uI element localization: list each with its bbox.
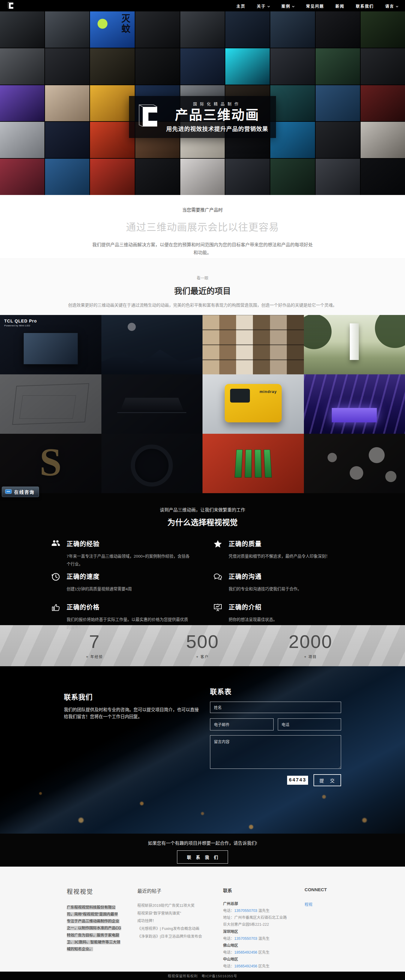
feature-speed: 正确的速度 创建1分钟的高质量视频通常需要4周	[51, 571, 192, 598]
video-thumbnail[interactable]	[360, 122, 405, 158]
nav-item-home[interactable]: 主页	[236, 3, 246, 9]
presentation-board-icon	[213, 602, 223, 631]
post-link[interactable]: 《光想视界》| Fuxing发布会概念动画	[137, 925, 207, 933]
why-section: 谈到产品三维动画，让我们来做繁重的工作 为什么选择程视视觉 正确的经验 7年来一…	[0, 493, 405, 625]
project-thumbnail-mountain[interactable]	[101, 315, 203, 374]
chevron-down-icon	[396, 4, 399, 8]
post-link[interactable]: 成功挂牌！	[137, 917, 207, 925]
project-thumbnail-stage[interactable]	[304, 374, 405, 434]
hero-banner: 国际化精品制作 产品三维动画 用先进的视效技术提升产品的营销效果	[129, 96, 276, 138]
video-thumbnail[interactable]	[135, 48, 180, 84]
footer-posts-title: 最近的帖子	[137, 887, 207, 894]
project-thumbnail-range-hood[interactable]	[101, 374, 203, 434]
video-thumbnail[interactable]	[316, 122, 360, 158]
project-thumbnail-material-swatches[interactable]	[202, 315, 304, 374]
aed-shape: mindray	[225, 384, 282, 422]
video-thumbnail[interactable]	[360, 85, 405, 121]
post-link[interactable]: 程视荣获“数字营销先锋奖”	[137, 910, 207, 918]
video-thumbnail[interactable]	[316, 11, 360, 48]
contact-us-button[interactable]: 联 系 我 们	[177, 850, 228, 864]
phone-input[interactable]	[278, 718, 341, 730]
video-thumbnail[interactable]	[180, 159, 225, 195]
post-link[interactable]: 《净享韵浴》|日丰卫浴品牌升级发布会	[137, 933, 207, 941]
video-thumbnail[interactable]	[270, 122, 315, 158]
ram-modules	[202, 450, 304, 477]
feature-quality: 正确的质量 凭借对质量和细节的不懈追求，最终产品令人印象深刻！	[213, 539, 354, 568]
video-thumbnail[interactable]	[225, 159, 270, 195]
video-thumbnail[interactable]	[270, 85, 315, 121]
post-link[interactable]: 程视斩获2019现代广告奖11项大奖	[137, 902, 207, 910]
chat-bubbles-icon	[213, 571, 223, 598]
hero-title: 产品三维动画	[166, 108, 268, 122]
brand-logo[interactable]	[6, 2, 14, 10]
submit-button[interactable]: 提 交	[314, 774, 341, 786]
video-thumbnail[interactable]	[270, 159, 315, 195]
video-thumbnail[interactable]	[0, 11, 45, 48]
project-thumbnail-tcl-tv[interactable]: TCL QLED Pro Powered by Mini-LED	[0, 315, 101, 374]
video-thumbnail[interactable]	[90, 48, 134, 84]
video-thumbnail[interactable]	[270, 11, 315, 48]
video-thumbnail[interactable]	[0, 85, 45, 121]
online-chat-label: 在线咨询	[14, 488, 35, 495]
project-thumbnail-gold-s[interactable]: S	[0, 434, 101, 493]
video-thumbnail[interactable]	[0, 122, 45, 158]
video-thumbnail[interactable]: 灭蚊	[90, 11, 134, 48]
video-thumbnail[interactable]	[45, 48, 89, 84]
video-thumbnail[interactable]	[316, 85, 360, 121]
video-thumbnail[interactable]	[360, 11, 405, 48]
project-thumbnail-aed-device[interactable]: mindray	[202, 374, 304, 434]
video-thumbnail[interactable]	[180, 48, 225, 84]
nav-item-news[interactable]: 新闻	[335, 3, 344, 9]
video-thumbnail[interactable]	[180, 11, 225, 48]
video-thumbnail[interactable]	[45, 159, 89, 195]
why-title: 为什么选择程视视觉	[0, 516, 405, 527]
project-thumbnail-sketch[interactable]	[0, 374, 101, 434]
hood-shape	[117, 412, 186, 413]
nav-item-contact[interactable]: 联系我们	[356, 3, 374, 9]
contact-section: 联系我们 我们的团队提供及时和专业的咨询。您可以提交项目简介，也可以直接给我们留…	[0, 666, 405, 834]
video-thumbnail[interactable]	[316, 48, 360, 84]
message-textarea[interactable]	[210, 735, 341, 769]
project-thumbnail-park-monolith[interactable]	[304, 315, 405, 374]
phone-link-shenzhen[interactable]: 13570550703	[234, 937, 257, 941]
online-chat-widget[interactable]: 在线咨询	[2, 487, 39, 497]
video-thumbnail[interactable]	[270, 48, 315, 84]
email-input[interactable]	[210, 718, 274, 730]
video-thumbnail[interactable]	[45, 85, 89, 121]
project-thumbnail-pcb[interactable]	[202, 434, 304, 493]
phone-link-guangzhou[interactable]: 13570550703	[234, 908, 257, 913]
nav-item-faq[interactable]: 常见问题	[306, 3, 324, 9]
video-thumbnail[interactable]	[225, 48, 270, 84]
video-thumbnail[interactable]	[225, 11, 270, 48]
stat-projects: 2000 + 项目	[257, 632, 365, 659]
video-thumbnail[interactable]	[90, 85, 134, 121]
video-thumbnail[interactable]	[316, 159, 360, 195]
video-thumbnail[interactable]	[90, 159, 134, 195]
project-thumbnail-cotton[interactable]	[304, 434, 405, 493]
video-thumbnail[interactable]	[0, 48, 45, 84]
chevron-down-icon	[267, 4, 270, 8]
phone-link-foshan[interactable]: 18565492456	[234, 950, 257, 955]
aed-screen	[230, 389, 250, 402]
feature-price: 正确的价格 我们的报价将始终基于实际工作量。以最实惠的价格为您提供最优质的服务！	[51, 602, 192, 631]
name-input[interactable]	[210, 702, 341, 713]
video-thumbnail[interactable]	[360, 159, 405, 195]
captcha-image[interactable]: 64743	[287, 776, 308, 785]
connect-link[interactable]: 程视	[305, 901, 312, 907]
nav-item-language[interactable]: 语言	[385, 3, 399, 9]
video-thumbnail[interactable]	[135, 11, 180, 48]
video-thumbnail[interactable]	[135, 159, 180, 195]
project-thumbnail-speaker[interactable]	[101, 434, 203, 493]
video-thumbnail[interactable]	[360, 48, 405, 84]
nav-item-about[interactable]: 关于	[257, 3, 270, 9]
video-thumbnail[interactable]	[45, 11, 89, 48]
sketch-lines	[12, 383, 89, 425]
phone-link-zhongshan[interactable]: 18565492456	[234, 964, 257, 968]
video-thumbnail[interactable]	[45, 122, 89, 158]
sketch-lines	[19, 395, 76, 419]
hero-logo-icon	[135, 104, 161, 130]
nav-item-cases[interactable]: 案例	[281, 3, 295, 9]
video-thumbnail[interactable]	[0, 159, 45, 195]
users-icon	[51, 539, 61, 568]
video-thumbnail[interactable]	[90, 122, 134, 158]
